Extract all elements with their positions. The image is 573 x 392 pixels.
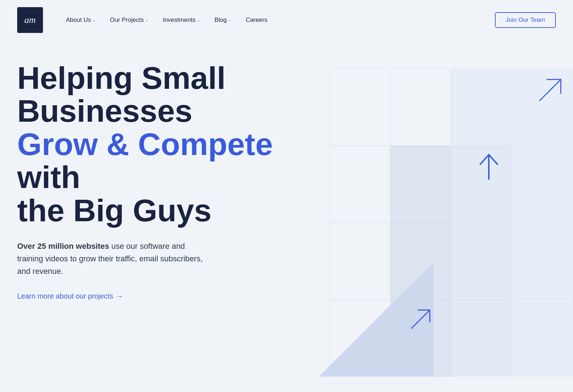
navbar: am About Us ⌄ Our Projects ⌄ Investments… [0,0,573,40]
logo[interactable]: am [17,7,43,33]
hero-section: Helping Small Businesses Grow & Compete … [0,40,573,384]
logo-text: am [24,15,36,25]
decorative-grid [329,69,573,377]
hero-title: Helping Small Businesses Grow & Compete … [17,62,275,227]
join-team-button[interactable]: Join Our Team [495,12,556,28]
chevron-down-icon: ⌄ [92,18,96,23]
nav-item-careers[interactable]: Careers [240,14,273,26]
chevron-down-icon: ⌄ [197,18,200,23]
svg-line-2 [411,310,430,329]
hero-content: Helping Small Businesses Grow & Compete … [17,62,275,300]
arrow-diagonal-bottom-icon [408,306,433,334]
arrow-diagonal-top-icon [536,76,564,106]
nav-item-about[interactable]: About Us ⌄ [60,14,101,26]
hero-description: Over 25 million websites use our softwar… [17,240,211,278]
svg-line-0 [539,79,561,101]
nav-item-blog[interactable]: Blog ⌄ [209,14,237,26]
nav-item-investments[interactable]: Investments ⌄ [157,14,206,26]
nav-item-projects[interactable]: Our Projects ⌄ [104,14,154,26]
nav-links: About Us ⌄ Our Projects ⌄ Investments ⌄ … [60,14,495,26]
chevron-down-icon: ⌄ [228,18,231,23]
chevron-down-icon: ⌄ [145,18,148,23]
arrow-up-icon [476,151,501,185]
arrow-right-icon: → [116,292,123,300]
hero-learn-more-link[interactable]: Learn more about our projects → [17,292,123,300]
